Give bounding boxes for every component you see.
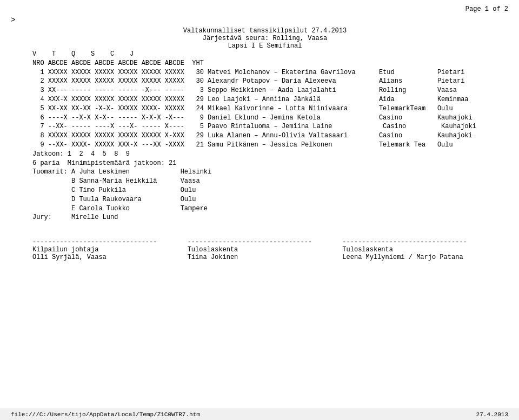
content-area: Valtakunnalliset tanssikilpailut 27.4.20… <box>11 27 508 261</box>
data-row-3: 3 XX--- ----- ----- ----- -X--- ----- 3 … <box>32 86 497 95</box>
browser-arrow: > <box>11 16 508 24</box>
title-line3: Lapsi I E Semifinal <box>32 42 497 50</box>
col-header: NRO ABCDE ABCDE ABCDE ABCDE ABCDE ABCDE … <box>32 59 497 68</box>
page-container: Page 1 of 2 > Valtakunnalliset tanssikil… <box>0 0 519 420</box>
signature-block: -------------------------------- Kilpail… <box>32 238 497 261</box>
title-line1: Valtakunnalliset tanssikilpailut 27.4.20… <box>32 27 497 35</box>
sep1: -------------------------------- <box>32 238 188 246</box>
tuomari-a: Tuomarit: A Juha Leskinen Helsinki <box>32 168 497 177</box>
sig-col-2: -------------------------------- Tulosla… <box>188 238 343 261</box>
footer-col2-name: Tiina Jokinen <box>188 254 343 261</box>
data-row-6: 6 ----X --X-X X-X-- ----- X-X-X -X--- 9 … <box>32 114 497 123</box>
footer-col1-label: Kilpailun johtaja <box>32 246 188 254</box>
sep2: -------------------------------- <box>188 238 343 246</box>
jatkoon: Jatkoon: 1 2 4 5 8 9 <box>32 150 497 159</box>
footer-file: file:///C:/Users/tijo/AppData/Local/Temp… <box>11 411 200 418</box>
footer-col1-name: Olli Syrjälä, Vaasa <box>32 254 188 261</box>
page-number: Page 1 of 2 <box>11 5 508 13</box>
tuomari-c: C Timo Pukkila Oulu <box>32 186 497 195</box>
tuomari-e: E Carola Tuokko Tampere <box>32 204 497 214</box>
sig-col-3: -------------------------------- Tulosla… <box>342 238 497 261</box>
data-row-1: 1 XXXXX XXXXX XXXXX XXXXX XXXXX XXXXX 30… <box>32 68 497 77</box>
data-row-4: 4 XXX-X XXXXX XXXXX XXXXX XXXXX XXXXX 29… <box>32 95 497 104</box>
header-row: V T Q S C J <box>32 50 497 59</box>
jury: Jury: Mirelle Lund <box>32 213 497 222</box>
title-block: Valtakunnalliset tanssikilpailut 27.4.20… <box>32 27 497 50</box>
footer-col3-label: Tuloslaskenta <box>342 246 497 254</box>
data-row-7: 7 --XX- ----- ----X ---X- ----- X---- 5 … <box>32 122 497 131</box>
sep3: -------------------------------- <box>342 238 497 246</box>
data-row-2: 2 XXXXX XXXXX XXXXX XXXXX XXXXX XXXXX 30… <box>32 77 497 86</box>
tuomari-d: D Tuula Raukovaara Oulu <box>32 195 497 204</box>
tuomari-b: B Sanna-Maria Heikkilä Vaasa <box>32 177 497 186</box>
data-row-5: 5 XX-XX XX-XX -X-X- XXXXX XXXX- XXXXX 24… <box>32 104 497 114</box>
sig-col-1: -------------------------------- Kilpail… <box>32 238 188 261</box>
footer-bar: file:///C:/Users/tijo/AppData/Local/Temp… <box>0 409 519 420</box>
data-row-9: 9 --XX- XXXX- XXXXX XXX-X ---XX -XXXX 21… <box>32 141 497 150</box>
footer-col2-label: Tuloslaskenta <box>188 246 343 254</box>
data-row-8: 8 XXXXX XXXXX XXXXX XXXXX XXXXX X-XXX 29… <box>32 131 497 141</box>
footer-date: 27.4.2013 <box>476 411 508 418</box>
footer-col3-name: Leena Myllyniemi / Marjo Patana <box>342 254 497 261</box>
minimipistemäärä: 6 paria Minimipistemäärä jatkoon: 21 <box>32 159 497 168</box>
title-line2: Järjestävä seura: Rolling, Vaasa <box>32 35 497 42</box>
